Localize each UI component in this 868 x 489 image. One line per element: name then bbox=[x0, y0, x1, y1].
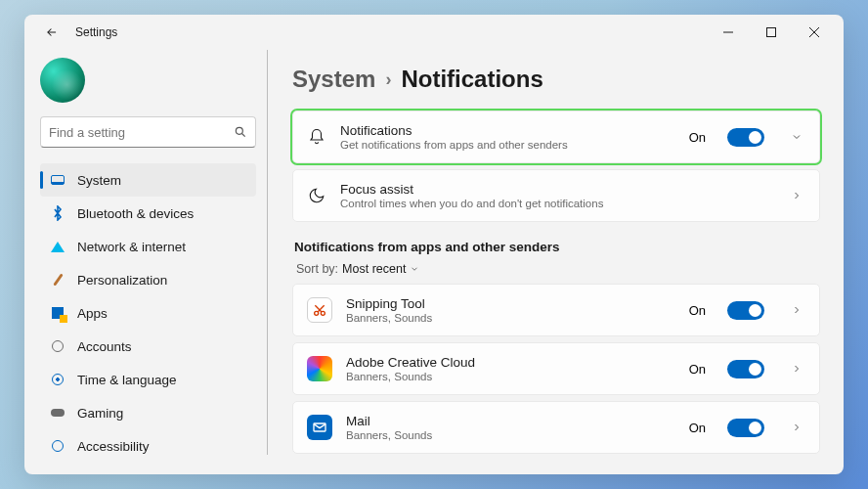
sidebar-item-apps[interactable]: Apps bbox=[40, 296, 256, 330]
navigate-button[interactable] bbox=[788, 363, 805, 375]
sidebar-item-label: System bbox=[77, 173, 121, 188]
display-icon bbox=[50, 172, 65, 188]
content: System › Notifications Notifications Get… bbox=[269, 50, 844, 474]
minimize-button[interactable] bbox=[707, 17, 750, 48]
titlebar: Settings bbox=[24, 15, 844, 50]
chevron-right-icon bbox=[791, 190, 803, 201]
app-name: Adobe Creative Cloud bbox=[346, 355, 675, 370]
app-name: Snipping Tool bbox=[346, 296, 675, 311]
sidebar-item-label: Network & internet bbox=[77, 240, 186, 254]
maximize-button[interactable] bbox=[750, 17, 793, 48]
card-texts: Adobe Creative Cloud Banners, Sounds bbox=[346, 355, 675, 382]
gamepad-icon bbox=[50, 405, 65, 421]
sidebar-item-label: Personalization bbox=[77, 273, 167, 288]
card-title: Notifications bbox=[340, 123, 675, 138]
app-notification-row[interactable]: Adobe Creative Cloud Banners, Sounds On bbox=[292, 342, 820, 395]
search-box[interactable] bbox=[40, 116, 256, 148]
chevron-right-icon bbox=[791, 363, 803, 375]
arrow-left-icon bbox=[45, 25, 59, 39]
avatar bbox=[40, 58, 85, 103]
navigate-button[interactable] bbox=[788, 304, 805, 316]
search-icon bbox=[234, 125, 247, 139]
sidebar-item-gaming[interactable]: Gaming bbox=[40, 396, 256, 429]
bell-icon bbox=[307, 127, 326, 147]
chevron-down-icon bbox=[410, 264, 419, 274]
chevron-right-icon bbox=[791, 304, 803, 316]
card-subtitle: Control times when you do and don't get … bbox=[340, 198, 764, 209]
moon-icon bbox=[307, 186, 326, 205]
svg-point-4 bbox=[236, 127, 242, 134]
window-title: Settings bbox=[75, 25, 117, 39]
app-toggle[interactable] bbox=[727, 360, 764, 378]
brush-icon bbox=[50, 272, 65, 288]
sidebar-item-system[interactable]: System bbox=[40, 163, 256, 197]
sidebar-item-network[interactable]: Network & internet bbox=[40, 230, 256, 263]
toggle-state-label: On bbox=[689, 130, 706, 145]
sidebar-item-bluetooth[interactable]: Bluetooth & devices bbox=[40, 197, 256, 230]
settings-window: Settings System Bluetooth & devices Netw… bbox=[24, 15, 844, 474]
sidebar-item-personalization[interactable]: Personalization bbox=[40, 263, 256, 296]
card-texts: Mail Banners, Sounds bbox=[346, 414, 675, 441]
sidebar-item-label: Apps bbox=[77, 306, 108, 321]
expand-button[interactable] bbox=[788, 131, 805, 143]
card-title: Focus assist bbox=[340, 182, 764, 197]
body: System Bluetooth & devices Network & int… bbox=[24, 50, 844, 474]
user-block[interactable] bbox=[40, 58, 256, 103]
notifications-toggle[interactable] bbox=[727, 128, 764, 147]
sidebar-item-label: Gaming bbox=[77, 406, 123, 421]
sidebar-item-time[interactable]: Time & language bbox=[40, 363, 256, 396]
breadcrumb: System › Notifications bbox=[292, 66, 820, 93]
card-texts: Snipping Tool Banners, Sounds bbox=[346, 296, 675, 324]
chevron-right-icon: › bbox=[385, 69, 391, 90]
app-name: Mail bbox=[346, 414, 675, 428]
mail-icon bbox=[307, 415, 332, 440]
apps-icon bbox=[50, 305, 65, 321]
snipping-tool-icon bbox=[307, 297, 332, 323]
navigate-button[interactable] bbox=[788, 422, 805, 433]
card-texts: Focus assist Control times when you do a… bbox=[340, 182, 764, 209]
sidebar-item-accessibility[interactable]: Accessibility bbox=[40, 429, 256, 463]
sidebar-item-label: Time & language bbox=[77, 373, 177, 387]
card-subtitle: Get notifications from apps and other se… bbox=[340, 139, 675, 151]
chevron-down-icon bbox=[791, 131, 803, 143]
app-notification-row[interactable]: Snipping Tool Banners, Sounds On bbox=[292, 284, 820, 336]
svg-rect-1 bbox=[767, 28, 776, 37]
bluetooth-icon bbox=[50, 205, 65, 221]
globe-clock-icon bbox=[50, 372, 65, 387]
sidebar: System Bluetooth & devices Network & int… bbox=[24, 50, 269, 474]
app-sub: Banners, Sounds bbox=[346, 371, 675, 382]
nav-list: System Bluetooth & devices Network & int… bbox=[40, 163, 256, 463]
sidebar-item-label: Accounts bbox=[77, 339, 132, 354]
sort-control[interactable]: Sort by: Most recent bbox=[296, 262, 820, 276]
sidebar-item-label: Bluetooth & devices bbox=[77, 206, 194, 221]
chevron-right-icon bbox=[791, 422, 803, 433]
sidebar-item-label: Accessibility bbox=[77, 439, 150, 454]
toggle-state-label: On bbox=[689, 362, 706, 377]
toggle-state-label: On bbox=[689, 303, 706, 318]
navigate-button[interactable] bbox=[788, 190, 805, 201]
focus-assist-card[interactable]: Focus assist Control times when you do a… bbox=[292, 169, 820, 222]
card-texts: Notifications Get notifications from app… bbox=[340, 123, 675, 151]
back-button[interactable] bbox=[40, 21, 64, 44]
app-toggle[interactable] bbox=[727, 301, 764, 320]
window-controls bbox=[707, 17, 836, 48]
search-input[interactable] bbox=[49, 125, 234, 140]
app-sub: Banners, Sounds bbox=[346, 312, 675, 324]
sort-value: Most recent bbox=[342, 262, 406, 276]
accessibility-icon bbox=[50, 438, 65, 454]
breadcrumb-parent[interactable]: System bbox=[292, 66, 375, 93]
notifications-master-card[interactable]: Notifications Get notifications from app… bbox=[292, 111, 820, 163]
wifi-icon bbox=[50, 239, 65, 254]
section-title: Notifications from apps and other sender… bbox=[294, 240, 820, 254]
page-title: Notifications bbox=[401, 66, 542, 93]
creative-cloud-icon bbox=[307, 356, 332, 381]
sort-label: Sort by: bbox=[296, 262, 338, 276]
sidebar-item-accounts[interactable]: Accounts bbox=[40, 330, 256, 363]
toggle-state-label: On bbox=[689, 421, 706, 435]
app-notification-row[interactable]: Mail Banners, Sounds On bbox=[292, 401, 820, 454]
svg-line-5 bbox=[242, 134, 245, 137]
person-icon bbox=[50, 338, 65, 354]
app-toggle[interactable] bbox=[727, 419, 764, 437]
close-button[interactable] bbox=[793, 17, 836, 48]
app-sub: Banners, Sounds bbox=[346, 429, 675, 441]
